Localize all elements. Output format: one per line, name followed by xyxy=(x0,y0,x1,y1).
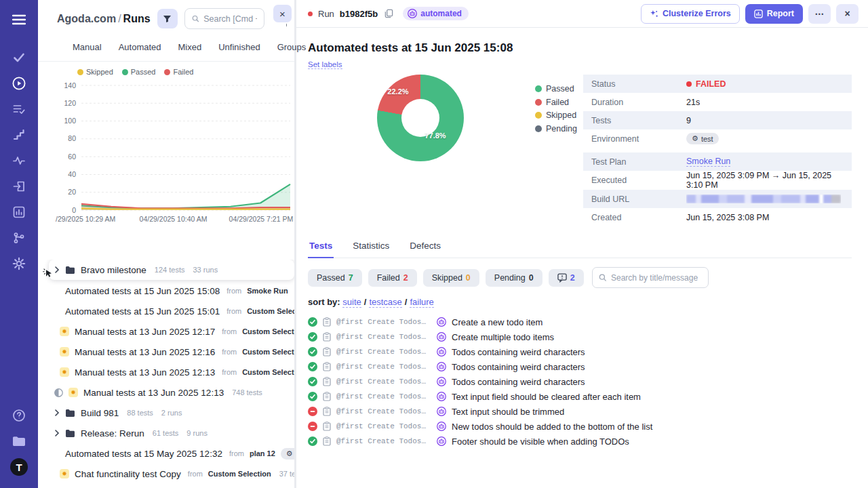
folder-icon xyxy=(65,266,75,274)
sidebar-item-analytics[interactable] xyxy=(5,199,33,225)
tests-list: @first Create Todos… Create a new todo i… xyxy=(308,314,852,449)
sidebar-item-import[interactable] xyxy=(5,174,33,199)
filter-chip-pending[interactable]: Pending 0 xyxy=(486,269,542,287)
manual-run-icon: ✸ xyxy=(60,469,69,479)
test-row[interactable]: @first Create Todos… Text input should b… xyxy=(308,404,852,419)
suite-name: @first Create Todos… xyxy=(336,378,431,386)
runs-tab-unfinished[interactable]: Unfinished xyxy=(218,42,260,52)
test-title: Text input field should be cleared after… xyxy=(452,392,641,402)
filter-chip-skipped[interactable]: Skipped 0 xyxy=(423,269,479,287)
app-root: T Agoda.com/Runs × ⊥ ManualAutomatedMixe… xyxy=(0,0,868,488)
test-row[interactable]: @first Create Todos… Todos containing we… xyxy=(308,359,852,374)
detail-row-created: CreatedJun 15, 2025 3:08 PM xyxy=(583,208,852,226)
runs-tab-manual[interactable]: Manual xyxy=(73,42,102,52)
project-name[interactable]: Agoda.com xyxy=(57,13,116,24)
legend-item-failed: Failed xyxy=(164,68,193,76)
run-row[interactable]: ✸ Manual tests at 13 Jun 2025 12:13 748 … xyxy=(38,382,294,403)
run-row[interactable]: Automated tests at 15 May 2025 12:32from… xyxy=(38,443,294,464)
report-button[interactable]: Report xyxy=(745,4,803,24)
sidebar-item-help[interactable] xyxy=(5,403,33,428)
testomat-logo: T xyxy=(10,458,28,476)
sidebar-item-pulse[interactable] xyxy=(5,148,33,174)
close-run-button[interactable]: × xyxy=(836,4,859,24)
test-title: New todos should be added to the bottom … xyxy=(452,422,652,432)
environment-badge[interactable]: ⚙test xyxy=(686,133,719,144)
run-folder-row[interactable]: Release: Rerun 61 tests 9 runs xyxy=(38,423,294,443)
passed-icon xyxy=(308,332,317,342)
run-folder-row[interactable]: Build 981 88 tests 2 runs xyxy=(38,403,294,423)
hamburger-menu-icon[interactable] xyxy=(5,7,33,33)
more-button[interactable]: ⋯ xyxy=(808,4,831,24)
import-icon xyxy=(12,180,26,193)
panel-close-button[interactable]: × xyxy=(273,5,292,22)
run-row[interactable]: ✸ Manual tests at 13 Jun 2025 12:13from … xyxy=(38,362,294,382)
test-row[interactable]: @first Create Todos… Create multiple tod… xyxy=(308,329,852,344)
gear-icon xyxy=(12,257,26,270)
folder-icon xyxy=(65,429,75,438)
test-row[interactable]: @first Create Todos… Text input field sh… xyxy=(308,389,852,404)
run-row[interactable]: Automated tests at 15 Jun 2025 15:01from… xyxy=(38,301,294,321)
passed-icon xyxy=(308,377,317,386)
tests-search-input[interactable] xyxy=(611,273,702,283)
comments-filter-chip[interactable]: 2 xyxy=(549,269,584,287)
chevron-right-icon[interactable] xyxy=(54,430,60,436)
run-row[interactable]: Automated tests at 15 Jun 2025 15:08from… xyxy=(38,281,294,301)
report-chart-icon xyxy=(754,9,763,18)
test-row[interactable]: @first Create Todos… Todos containing we… xyxy=(308,344,852,359)
copy-icon[interactable] xyxy=(384,9,393,18)
test-row[interactable]: @first Create Todos… Create a new todo i… xyxy=(308,314,852,329)
folder-icon xyxy=(65,409,75,418)
runs-tab-groups[interactable]: Groups xyxy=(277,42,307,52)
run-row[interactable]: ✸ Chat functinality test Copyfrom Custom… xyxy=(38,464,294,484)
test-row[interactable]: @first Create Todos… New todos should be… xyxy=(308,419,852,434)
dock-icon-partial[interactable]: ⊥ xyxy=(283,24,290,28)
svg-text:140: 140 xyxy=(64,81,76,89)
runs-tab-automated[interactable]: Automated xyxy=(119,42,161,52)
clusterize-errors-button[interactable]: Clusterize Errors xyxy=(641,4,740,24)
sidebar-item-branches[interactable] xyxy=(5,225,33,251)
automated-badge[interactable]: automated xyxy=(403,7,469,20)
app-logo[interactable]: T xyxy=(5,454,33,480)
tab-tests[interactable]: Tests xyxy=(308,237,334,258)
sidebar-item-projects[interactable] xyxy=(5,428,33,454)
robot-icon xyxy=(437,332,446,342)
clipboard-icon xyxy=(323,347,331,357)
pulse-icon xyxy=(12,154,26,167)
clipboard-icon xyxy=(323,422,331,431)
sort-link-failure[interactable]: failure xyxy=(410,297,433,308)
sidebar-item-runs[interactable] xyxy=(5,70,33,96)
run-folder-row[interactable]: Bravo milestone 124 tests 33 runs xyxy=(49,260,294,280)
tests-search[interactable] xyxy=(592,267,709,288)
filter-button[interactable] xyxy=(157,9,178,28)
filter-chip-passed[interactable]: Passed 7 xyxy=(308,269,362,287)
sort-link-testcase[interactable]: testcase xyxy=(369,297,401,308)
sort-link-suite[interactable]: suite xyxy=(342,297,361,308)
svg-text:120: 120 xyxy=(64,99,76,107)
legend-item-skipped: Skipped xyxy=(77,68,113,76)
set-labels-link[interactable]: Set labels xyxy=(308,60,342,69)
sidebar-item-settings[interactable] xyxy=(5,251,33,277)
runs-tab-mixed[interactable]: Mixed xyxy=(178,42,202,52)
tab-statistics[interactable]: Statistics xyxy=(351,237,391,258)
robot-icon xyxy=(437,362,446,371)
svg-text:0: 0 xyxy=(72,206,76,214)
donut-legend-passed: Passed xyxy=(535,84,577,94)
global-search[interactable] xyxy=(184,8,264,29)
run-row[interactable]: ✸ Manual tests at 13 Jun 2025 12:17from … xyxy=(38,321,294,342)
test-row[interactable]: @first Create Todos… Footer should be vi… xyxy=(308,434,852,449)
test-row[interactable]: @first Create Todos… Todos containing we… xyxy=(308,374,852,389)
filter-chip-failed[interactable]: Failed 2 xyxy=(368,269,417,287)
search-icon xyxy=(192,14,199,23)
sidebar-item-tests[interactable] xyxy=(5,45,33,70)
tab-defects[interactable]: Defects xyxy=(408,237,442,258)
sidebar-item-test-plans[interactable] xyxy=(5,96,33,122)
run-row[interactable]: ✸ Manual tests at 13 Jun 2025 12:16from … xyxy=(38,342,294,362)
donut-legend-skipped: Skipped xyxy=(535,110,577,120)
chevron-right-icon[interactable] xyxy=(54,409,60,416)
chevron-right-icon[interactable] xyxy=(54,266,60,273)
search-input[interactable] xyxy=(203,14,257,24)
test-plan-link[interactable]: Smoke Run xyxy=(686,157,730,167)
gear-icon: ⚙ xyxy=(692,134,698,143)
sidebar-item-milestones[interactable] xyxy=(5,122,33,148)
run-detail-body: Automated tests at 15 Jun 2025 15:08 Set… xyxy=(296,28,868,488)
